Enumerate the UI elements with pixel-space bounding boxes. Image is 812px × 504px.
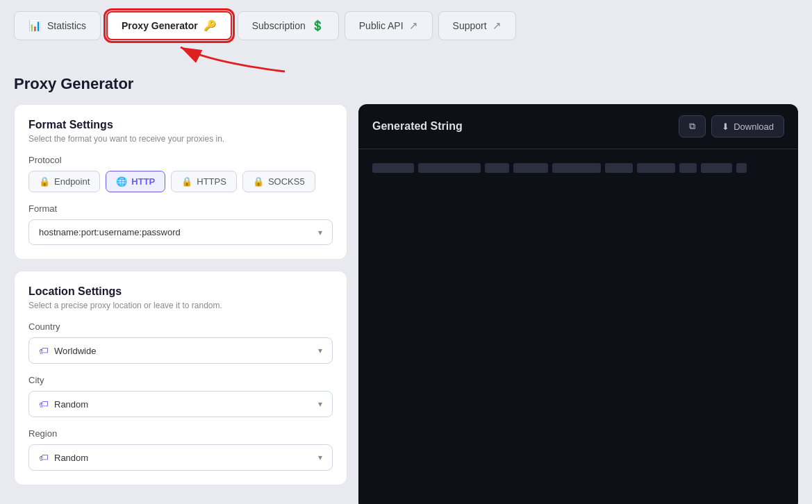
tab-support[interactable]: Support ↗: [438, 11, 516, 40]
socks5-label: SOCKS5: [268, 176, 305, 187]
format-value: hostname:port:username:password: [39, 227, 181, 237]
copy-button[interactable]: ⧉: [679, 115, 706, 137]
region-field-group: Region 🏷 Random ▾: [28, 428, 333, 471]
copy-icon: ⧉: [689, 121, 695, 132]
proxy-segment: [372, 163, 414, 173]
protocol-group: 🔒 Endpoint 🌐 HTTP 🔒 HTTPS 🔒 SOCKS5: [28, 171, 333, 192]
endpoint-icon: 🔒: [39, 176, 50, 187]
tab-proxy-generator-label: Proxy Generator: [122, 20, 198, 31]
tab-proxy-generator[interactable]: Proxy Generator 🔑: [106, 11, 232, 40]
proxy-segment: [679, 163, 697, 173]
generated-header: Generated String ⧉ ⬇ Download: [358, 104, 798, 149]
main-content: Format Settings Select the format you wa…: [0, 104, 812, 504]
format-label: Format: [28, 203, 333, 214]
city-dropdown[interactable]: 🏷 Random ▾: [28, 391, 333, 417]
arrow-annotation: [14, 40, 812, 75]
location-settings-subtitle: Select a precise proxy location or leave…: [28, 301, 333, 310]
proxy-segment: [552, 163, 601, 173]
tab-subscription-label: Subscription: [252, 20, 306, 31]
tab-support-label: Support: [453, 20, 487, 31]
proxy-segment: [701, 163, 732, 173]
country-dd-icon: 🏷: [39, 345, 49, 356]
city-dd-icon: 🏷: [39, 398, 49, 410]
left-panel: Format Settings Select the format you wa…: [14, 104, 347, 504]
format-settings-card: Format Settings Select the format you wa…: [14, 104, 347, 260]
format-chevron-icon: ▾: [318, 228, 322, 237]
country-dropdown[interactable]: 🏷 Worldwide ▾: [28, 337, 333, 364]
generated-string-title: Generated String: [372, 120, 463, 133]
tab-statistics[interactable]: 📊 Statistics: [14, 11, 101, 40]
arrow-svg: [167, 40, 306, 75]
location-settings-title: Location Settings: [28, 285, 333, 298]
format-settings-subtitle: Select the format you want to receive yo…: [28, 134, 333, 144]
format-dropdown[interactable]: hostname:port:username:password ▾: [28, 219, 333, 245]
region-value: Random: [54, 453, 88, 463]
nav-bar: 📊 Statistics Proxy Generator 🔑 Subscript…: [0, 0, 812, 40]
public-api-icon: ↗: [409, 19, 418, 32]
city-chevron-icon: ▾: [318, 399, 322, 409]
support-icon: ↗: [492, 19, 502, 32]
protocol-socks5-btn[interactable]: 🔒 SOCKS5: [242, 171, 315, 192]
proxy-line-1: [372, 163, 784, 173]
country-field-group: Country 🏷 Worldwide ▾: [28, 321, 333, 364]
tab-subscription[interactable]: Subscription 💲: [238, 11, 339, 40]
tab-statistics-label: Statistics: [47, 20, 86, 31]
right-panel: Generated String ⧉ ⬇ Download: [358, 104, 798, 504]
protocol-https-btn[interactable]: 🔒 HTTPS: [171, 171, 237, 192]
https-label: HTTPS: [197, 176, 226, 187]
subscription-icon: 💲: [311, 19, 324, 32]
region-dd-icon: 🏷: [39, 452, 49, 463]
https-icon: 🔒: [181, 176, 192, 187]
http-icon: 🌐: [116, 176, 127, 187]
country-chevron-icon: ▾: [318, 346, 322, 355]
proxy-generator-icon: 🔑: [204, 19, 217, 32]
tab-public-api-label: Public API: [359, 20, 404, 31]
header-actions: ⧉ ⬇ Download: [679, 115, 784, 137]
download-button[interactable]: ⬇ Download: [711, 115, 784, 137]
protocol-label: Protocol: [28, 155, 333, 165]
protocol-http-btn[interactable]: 🌐 HTTP: [106, 171, 165, 192]
proxy-segment: [736, 163, 747, 173]
socks5-icon: 🔒: [253, 176, 264, 187]
country-value: Worldwide: [54, 346, 96, 356]
protocol-endpoint-btn[interactable]: 🔒 Endpoint: [28, 171, 100, 192]
page-title: Proxy Generator: [0, 75, 812, 104]
region-label: Region: [28, 428, 333, 439]
proxy-segment: [605, 163, 633, 173]
proxy-segment: [418, 163, 481, 173]
download-icon: ⬇: [722, 121, 729, 132]
region-chevron-icon: ▾: [318, 453, 322, 462]
city-label: City: [28, 375, 333, 385]
download-label: Download: [734, 121, 774, 132]
generated-content: [358, 149, 798, 504]
http-label: HTTP: [131, 176, 155, 187]
endpoint-label: Endpoint: [54, 176, 90, 187]
city-field-group: City 🏷 Random ▾: [28, 375, 333, 417]
proxy-segment: [485, 163, 509, 173]
format-settings-title: Format Settings: [28, 119, 333, 131]
proxy-segment: [637, 163, 675, 173]
statistics-icon: 📊: [28, 19, 42, 32]
location-settings-card: Location Settings Select a precise proxy…: [14, 271, 347, 485]
region-dropdown[interactable]: 🏷 Random ▾: [28, 444, 333, 471]
city-value: Random: [54, 399, 88, 410]
country-label: Country: [28, 321, 333, 332]
tab-public-api[interactable]: Public API ↗: [345, 11, 433, 40]
proxy-segment: [513, 163, 548, 173]
